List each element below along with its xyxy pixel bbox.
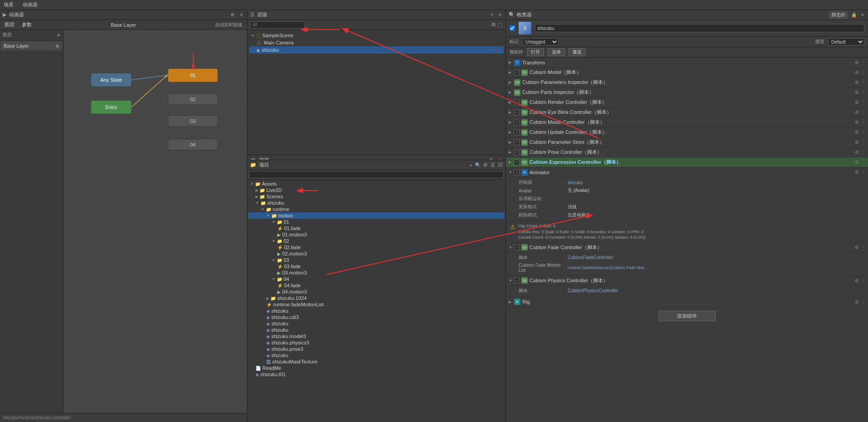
cubism-physics-settings[interactable]: ⚙ ⋮ <box>855 278 865 283</box>
entry-state-node[interactable]: Entry <box>91 100 132 114</box>
hierarchy-scene-item[interactable]: ▼ ⬚ SampleScene <box>249 32 504 39</box>
state-03-node[interactable]: 03 <box>168 115 218 127</box>
inspector-active-checkbox[interactable] <box>510 25 515 31</box>
shizuku-physics3-file[interactable]: ◈ shizuku.physics3 <box>248 339 505 346</box>
project-layout-icon[interactable]: ☰ <box>490 162 495 168</box>
cubism-parts-component[interactable]: ▶ C# Cubism Parts Inspector（脚本） ⚙ ⋮ <box>506 88 868 98</box>
shizuku-pose3-file[interactable]: ◈ shizuku.pose3 <box>248 346 505 352</box>
file-04-motion3[interactable]: ▶ 04.motion3 <box>248 289 505 295</box>
rig-component[interactable]: ▶ R Rig ⚙ ⋮ <box>506 297 868 307</box>
motion-folder[interactable]: ▼ 📁 motion <box>248 212 505 219</box>
cubism-store-settings[interactable]: ⚙ ⋮ <box>855 140 865 145</box>
tag-select[interactable]: Untagged <box>522 38 559 45</box>
physics-script-value[interactable]: CubismPhysicsController <box>568 288 864 293</box>
cubism-update-checkbox[interactable]: ✓ <box>514 130 520 135</box>
cubism-expression-settings[interactable]: ⚙ ⋮ <box>855 160 865 165</box>
cubism-pose-component[interactable]: ▶ ✓ C# Cubism Pose Controller（脚本） ⚙ ⋮ <box>506 147 868 157</box>
cubism-pose-checkbox[interactable]: ✓ <box>514 150 520 155</box>
file-02-motion3[interactable]: ▶ 02.motion3 <box>248 250 505 257</box>
cubism-mouth-checkbox[interactable]: ✓ <box>514 120 520 125</box>
menu-item-scene[interactable]: 场景 <box>2 0 15 9</box>
shizuku-1024-folder[interactable]: ▶ 📁 shizuku.1024 <box>248 295 505 301</box>
cubism-params-component[interactable]: ▶ C# Cubism Parameters Inspector（脚本） ⚙ ⋮ <box>506 78 868 88</box>
folder-02[interactable]: ▼ 📁 02 <box>248 238 505 244</box>
shizuku-file-2[interactable]: ◈ shizuku <box>248 320 505 327</box>
inspector-lock-icon[interactable]: 🔒 <box>850 12 858 18</box>
file-03-motion3[interactable]: ▶ 03.motion3 <box>248 270 505 276</box>
add-layer-button[interactable]: + <box>57 32 60 38</box>
animator-comp-checkbox[interactable]: ✓ <box>514 170 520 175</box>
fade-script-value[interactable]: CubismFadeController <box>568 255 864 260</box>
hierarchy-camera-item[interactable]: 🎥 Main Camera <box>249 39 504 46</box>
animator-menu-params[interactable]: 参数 <box>20 20 34 29</box>
state-04-node[interactable]: 04 <box>168 139 218 150</box>
cubism-params-settings[interactable]: ⚙ ⋮ <box>855 80 865 85</box>
preview-open-btn[interactable]: 打开 <box>527 48 544 56</box>
animator-menu-icon[interactable]: ≡ <box>239 12 244 18</box>
shizuku-file-4[interactable]: ◈ shizuku <box>248 352 505 358</box>
inspector-menu-icon[interactable]: ≡ <box>860 12 865 18</box>
readme-file[interactable]: 📄 ReadMe <box>248 365 505 371</box>
layer-select[interactable]: Default <box>828 38 864 45</box>
cubism-expression-checkbox[interactable]: ✓ <box>514 160 520 165</box>
hierarchy-shizuku-item[interactable]: ◈ shizuku ← <box>249 46 504 54</box>
hierarchy-search[interactable] <box>250 21 304 29</box>
cubism-store-checkbox[interactable]: ✓ <box>514 140 520 145</box>
cubism-fade-checkbox[interactable]: ✓ <box>514 245 520 250</box>
shizuku-mask-file[interactable]: 🖼 shizukuMaskTexture <box>248 358 505 365</box>
live2d-folder[interactable]: ▶ 📁 Live2D <box>248 187 505 193</box>
cubism-fade-component[interactable]: ▼ ✓ C# Cubism Fade Controller（脚本） ⚙ ⋮ <box>506 243 868 253</box>
menu-item-animator[interactable]: 动画器 <box>21 0 39 9</box>
shizuku-cdi3-file[interactable]: ◈ shizuku.cdi3 <box>248 314 505 320</box>
hierarchy-expand-icon[interactable]: ⬚ <box>498 22 503 28</box>
inspector-name-input[interactable] <box>535 24 864 32</box>
hierarchy-add-icon[interactable]: + <box>489 12 495 18</box>
file-04-fade[interactable]: ⚡ 04.fade <box>248 282 505 289</box>
file-01-fade[interactable]: ⚡ 01.fade <box>248 225 505 231</box>
shizuku-root-folder[interactable]: ▼ 📁 shizuku <box>248 200 505 206</box>
shizuku-file-1[interactable]: ◈ shizuku <box>248 308 505 314</box>
runtime-folder[interactable]: ▼ 📁 runtime <box>248 206 505 212</box>
rig-settings[interactable]: ⚙ ⋮ <box>855 299 865 304</box>
cubism-parts-settings[interactable]: ⚙ ⋮ <box>855 90 865 95</box>
cubism-expression-component[interactable]: ▶ ✓ C# Cubism Expression Controller（脚本） … <box>506 157 868 167</box>
preview-select-btn[interactable]: 选择 <box>548 48 565 56</box>
state-01-node[interactable]: 01 <box>168 69 218 82</box>
folder-01[interactable]: ▼ 📁 01 <box>248 219 505 225</box>
layer-gear-icon[interactable]: ⚙ <box>55 44 59 49</box>
cubism-update-settings[interactable]: ⚙ ⋮ <box>855 130 865 135</box>
cubism-fade-settings[interactable]: ⚙ ⋮ <box>855 245 865 250</box>
file-03-fade[interactable]: ⚡ 03.fade <box>248 263 505 270</box>
transform-component[interactable]: ▶ T Transform ⚙ ⋮ <box>506 58 868 68</box>
cubism-model-component[interactable]: ▶ ✓ C# Cubism Model（脚本） ⚙ ⋮ <box>506 68 868 78</box>
project-search-icon[interactable]: 🔍 <box>475 162 481 167</box>
shizuku-model3-file[interactable]: ◈ shizuku.model3 <box>248 333 505 339</box>
folder-04[interactable]: ▼ 📁 04 <box>248 276 505 282</box>
cubism-mouth-settings[interactable]: ⚙ ⋮ <box>855 120 865 125</box>
cubism-render-checkbox[interactable]: ✓ <box>514 100 520 105</box>
project-add-icon[interactable]: + <box>469 162 472 168</box>
file-01-motion3[interactable]: ▶ 01.motion3 <box>248 231 505 238</box>
transform-settings[interactable]: ⚙ ⋮ <box>855 60 865 65</box>
cubism-eye-settings[interactable]: ⚙ ⋮ <box>855 110 865 115</box>
scenes-folder[interactable]: ▶ 📁 Scenes <box>248 193 505 200</box>
hierarchy-settings-icon[interactable]: ⚙ <box>491 22 496 28</box>
cubism-model-checkbox[interactable]: ✓ <box>514 70 520 75</box>
cubism-physics-checkbox[interactable]: ✓ <box>514 278 520 283</box>
animator-lock-icon[interactable]: ⚙ <box>229 12 236 18</box>
shizuku-file-3[interactable]: ◈ shizuku <box>248 327 505 333</box>
file-02-fade[interactable]: ⚡ 02.fade <box>248 244 505 250</box>
animator-component[interactable]: ▼ ✓ A Animator ⚙ ⋮ <box>506 167 868 177</box>
cubism-render-component[interactable]: ▶ ✓ C# Cubism Render Controller（脚本） ⚙ ⋮ <box>506 98 868 108</box>
cubism-update-component[interactable]: ▶ ✓ C# Cubism Update Controller（脚本） ⚙ ⋮ <box>506 128 868 137</box>
inspector-static-label[interactable]: 静态的 <box>829 11 848 19</box>
hierarchy-menu-icon[interactable]: ≡ <box>497 12 503 18</box>
project-settings-icon[interactable]: ⚙ <box>483 162 488 168</box>
assets-folder[interactable]: ▼ 📁 Assets <box>248 181 505 187</box>
cubism-store-component[interactable]: ▶ ✓ C# Cubism Parameter Store（脚本） ⚙ ⋮ <box>506 137 868 147</box>
cubism-physics-component[interactable]: ▼ ✓ C# Cubism Physics Controller（脚本） ⚙ ⋮ <box>506 276 868 286</box>
fade-motion-list-value[interactable]: runtime.fadeMotionList [Cubism Fade Moti… <box>568 265 649 270</box>
cubism-render-settings[interactable]: ⚙ ⋮ <box>855 100 865 105</box>
project-search-input[interactable] <box>249 171 504 178</box>
cubism-pose-settings[interactable]: ⚙ ⋮ <box>855 150 865 155</box>
